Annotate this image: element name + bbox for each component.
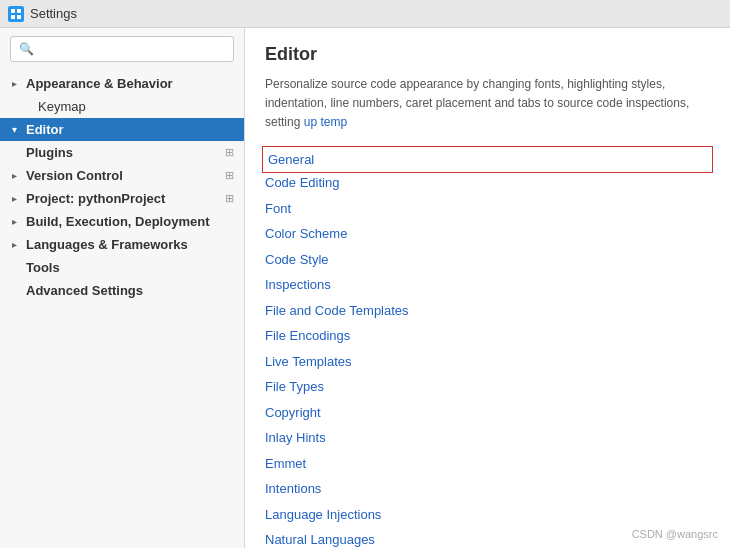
expand-icon-project-python: ⊞ [225,192,234,205]
sidebar-item-editor[interactable]: ▾Editor [0,118,244,141]
sidebar: ▸Appearance & BehaviorKeymap▾EditorPlugi… [0,28,245,548]
arrow-icon-version-control: ▸ [12,170,26,181]
settings-link-language-injections[interactable]: Language Injections [265,502,710,528]
sidebar-label-keymap: Keymap [38,99,234,114]
sidebar-label-plugins: Plugins [26,145,221,160]
arrow-icon-editor: ▾ [12,124,26,135]
settings-link-general[interactable]: General [265,149,710,171]
settings-link-inlay-hints[interactable]: Inlay Hints [265,425,710,451]
svg-rect-0 [11,9,15,13]
settings-links: GeneralCode EditingFontColor SchemeCode … [265,149,710,548]
settings-link-font[interactable]: Font [265,196,710,222]
settings-link-code-editing[interactable]: Code Editing [265,170,710,196]
settings-link-live-templates[interactable]: Live Templates [265,349,710,375]
sidebar-label-build-execution: Build, Execution, Deployment [26,214,234,229]
settings-link-code-style[interactable]: Code Style [265,247,710,273]
description-link-up: up [304,115,317,129]
svg-rect-1 [17,9,21,13]
arrow-icon-project-python: ▸ [12,193,26,204]
sidebar-label-tools: Tools [26,260,234,275]
title-bar: Settings [0,0,730,28]
sidebar-item-project-python[interactable]: ▸Project: pythonProject⊞ [0,187,244,210]
arrow-icon-build-execution: ▸ [12,216,26,227]
expand-icon-plugins: ⊞ [225,146,234,159]
app-icon [8,6,24,22]
sidebar-item-keymap[interactable]: Keymap [0,95,244,118]
settings-link-copyright[interactable]: Copyright [265,400,710,426]
sidebar-label-project-python: Project: pythonProject [26,191,221,206]
sidebar-item-version-control[interactable]: ▸Version Control⊞ [0,164,244,187]
sidebar-items: ▸Appearance & BehaviorKeymap▾EditorPlugi… [0,70,244,548]
sidebar-label-languages-frameworks: Languages & Frameworks [26,237,234,252]
window-title: Settings [30,6,77,21]
sidebar-label-editor: Editor [26,122,234,137]
search-wrap [0,28,244,70]
settings-link-intentions[interactable]: Intentions [265,476,710,502]
sidebar-label-appearance-behavior: Appearance & Behavior [26,76,234,91]
svg-rect-2 [11,15,15,19]
sidebar-item-tools[interactable]: Tools [0,256,244,279]
description-link-temp: temp [320,115,347,129]
search-input[interactable] [10,36,234,62]
sidebar-label-advanced-settings: Advanced Settings [26,283,234,298]
sidebar-item-languages-frameworks[interactable]: ▸Languages & Frameworks [0,233,244,256]
sidebar-item-build-execution[interactable]: ▸Build, Execution, Deployment [0,210,244,233]
watermark: CSDN @wangsrc [632,528,718,540]
settings-link-inspections[interactable]: Inspections [265,272,710,298]
content-description: Personalize source code appearance by ch… [265,75,710,133]
content-area: Editor Personalize source code appearanc… [245,28,730,548]
settings-link-emmet[interactable]: Emmet [265,451,710,477]
expand-icon-version-control: ⊞ [225,169,234,182]
settings-link-file-and-code-templates[interactable]: File and Code Templates [265,298,710,324]
settings-link-color-scheme[interactable]: Color Scheme [265,221,710,247]
sidebar-item-appearance-behavior[interactable]: ▸Appearance & Behavior [0,72,244,95]
arrow-icon-languages-frameworks: ▸ [12,239,26,250]
content-title: Editor [265,44,710,65]
sidebar-item-advanced-settings[interactable]: Advanced Settings [0,279,244,302]
main-layout: ▸Appearance & BehaviorKeymap▾EditorPlugi… [0,28,730,548]
sidebar-label-version-control: Version Control [26,168,221,183]
settings-link-file-encodings[interactable]: File Encodings [265,323,710,349]
sidebar-item-plugins[interactable]: Plugins⊞ [0,141,244,164]
svg-rect-3 [17,15,21,19]
settings-link-file-types[interactable]: File Types [265,374,710,400]
arrow-icon-appearance-behavior: ▸ [12,78,26,89]
